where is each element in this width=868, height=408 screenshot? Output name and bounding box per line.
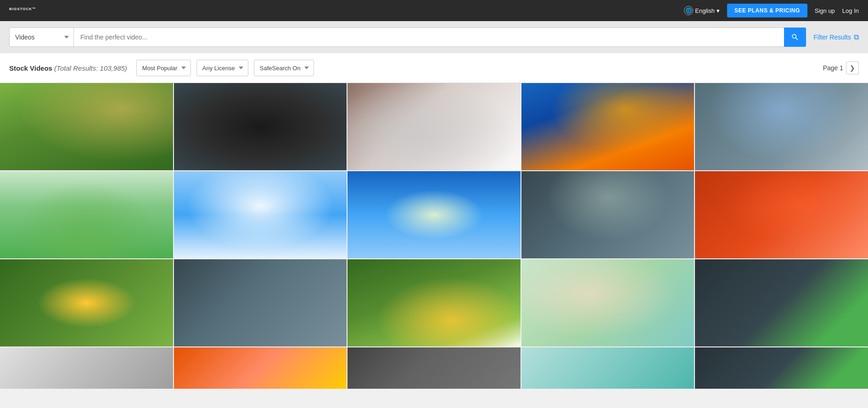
play-icon: [84, 299, 90, 307]
video-thumbnail[interactable]: [695, 259, 868, 347]
chevron-down-icon: ▾: [717, 7, 720, 14]
play-icon: [431, 123, 438, 130]
video-thumbnail[interactable]: [347, 171, 521, 258]
globe-icon: 🌐: [684, 6, 693, 15]
video-thumbnail[interactable]: [521, 83, 694, 170]
chevron-right-icon: ❯: [850, 64, 855, 72]
logo-tm: ™: [32, 7, 36, 11]
play-icon: [258, 123, 264, 130]
see-plans-button[interactable]: SEE PLANS & PRICING: [727, 4, 807, 17]
search-icon: [791, 33, 799, 41]
video-thumbnail[interactable]: [0, 347, 173, 389]
sort-select[interactable]: Most Popular Newest Oldest: [136, 60, 191, 76]
video-thumbnail[interactable]: [521, 347, 694, 389]
search-button[interactable]: [784, 28, 806, 47]
video-thumbnail[interactable]: [347, 83, 521, 170]
play-icon: [431, 299, 438, 307]
language-selector[interactable]: 🌐 English ▾: [684, 6, 720, 15]
play-icon: [605, 211, 612, 218]
video-thumbnail[interactable]: [0, 83, 173, 170]
video-thumbnail[interactable]: [521, 171, 694, 258]
login-link[interactable]: Log In: [842, 7, 859, 14]
video-thumbnail[interactable]: [347, 347, 521, 389]
play-icon: [605, 299, 612, 307]
results-title-text: Stock Videos: [9, 64, 52, 72]
play-icon: [779, 123, 785, 130]
play-icon: [779, 299, 785, 307]
video-thumbnail[interactable]: [174, 259, 347, 347]
pagination: Page 1 ❯: [823, 61, 859, 74]
page-label: Page 1: [823, 64, 843, 72]
video-thumbnail[interactable]: [0, 259, 173, 347]
category-select[interactable]: VideosImagesFootage: [9, 28, 73, 47]
video-thumbnail[interactable]: [174, 347, 347, 389]
search-input[interactable]: [73, 28, 784, 47]
logo-text: BIGSTOCK: [9, 7, 32, 11]
filter-icon: ⧉: [854, 33, 859, 41]
play-icon: [258, 211, 264, 218]
video-thumbnail[interactable]: [521, 259, 694, 347]
results-title: Stock Videos (Total Results: 103,985): [9, 64, 127, 72]
header: BIGSTOCK™ 🌐 English ▾ SEE PLANS & PRICIN…: [0, 0, 868, 21]
play-icon: [258, 364, 264, 372]
license-select[interactable]: Any License Standard Enhanced: [196, 60, 248, 76]
language-label: English: [695, 7, 715, 14]
play-icon: [431, 364, 438, 372]
video-grid: [0, 83, 868, 389]
play-icon: [779, 211, 785, 218]
video-thumbnail[interactable]: [695, 347, 868, 389]
play-icon: [605, 364, 612, 372]
video-thumbnail[interactable]: [174, 83, 347, 170]
play-icon: [84, 123, 90, 130]
results-bar: Stock Videos (Total Results: 103,985) Mo…: [0, 53, 868, 83]
safesearch-select[interactable]: SafeSearch On SafeSearch Off: [254, 60, 314, 76]
video-thumbnail[interactable]: [347, 259, 521, 347]
next-page-button[interactable]: ❯: [846, 61, 859, 74]
logo: BIGSTOCK™: [9, 5, 36, 17]
video-thumbnail[interactable]: [174, 171, 347, 258]
header-right: 🌐 English ▾ SEE PLANS & PRICING Sign up …: [684, 4, 859, 17]
signup-link[interactable]: Sign up: [815, 7, 835, 14]
search-bar: VideosImagesFootage Filter Results ⧉: [0, 21, 868, 53]
video-thumbnail[interactable]: [695, 171, 868, 258]
play-icon: [84, 364, 90, 372]
play-icon: [258, 299, 264, 307]
play-icon: [779, 364, 785, 372]
filter-results-button[interactable]: Filter Results ⧉: [813, 33, 859, 41]
play-icon: [431, 211, 438, 218]
results-count: (Total Results: 103,985): [54, 64, 127, 72]
play-icon: [84, 211, 90, 218]
filter-results-label: Filter Results: [813, 34, 851, 41]
video-thumbnail[interactable]: [0, 171, 173, 258]
video-thumbnail[interactable]: [695, 83, 868, 170]
play-icon: [605, 123, 612, 130]
